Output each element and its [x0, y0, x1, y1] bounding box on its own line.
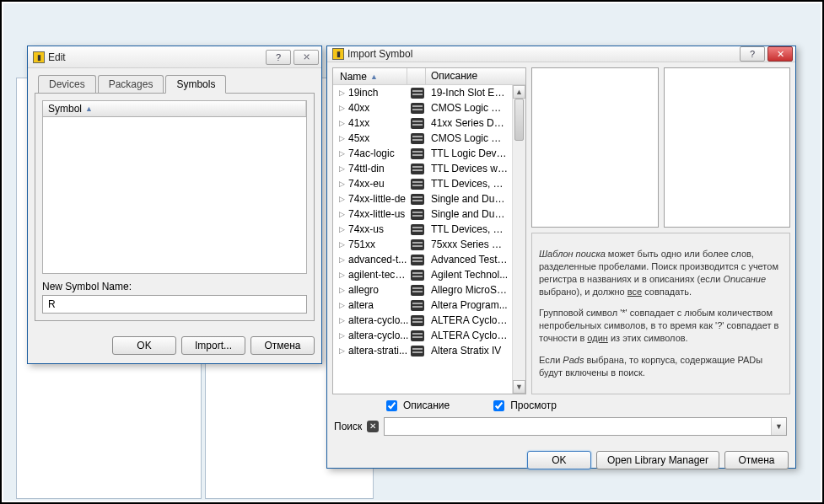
expand-icon[interactable]: ▷	[337, 316, 347, 324]
expand-icon[interactable]: ▷	[337, 88, 347, 97]
expand-icon[interactable]: ▷	[337, 301, 347, 309]
tree-row-desc: ALTERA Cyclone...	[428, 330, 512, 341]
help-button[interactable]: ?	[740, 46, 765, 62]
edit-titlebar[interactable]: ▮ Edit ? ⤫	[28, 46, 321, 68]
tree-row[interactable]: ▷41xx41xx Series Devices	[333, 115, 525, 131]
tree-row-desc: TTL Devices, 74x...	[428, 223, 512, 235]
tree-scrollbar[interactable]: ▲ ▼	[512, 85, 525, 394]
tree-row[interactable]: ▷751xx75xxx Series Devi...	[333, 237, 525, 252]
tree-row[interactable]: ▷19inch19-Inch Slot Eur...	[333, 85, 525, 100]
check-description-box[interactable]	[386, 400, 397, 411]
expand-icon[interactable]: ▷	[337, 271, 347, 279]
open-library-manager-button[interactable]: Open Library Manager	[596, 451, 719, 469]
expand-icon[interactable]: ▷	[337, 134, 347, 142]
check-description[interactable]: Описание	[383, 398, 450, 414]
ok-button[interactable]: OK	[527, 451, 591, 469]
expand-icon[interactable]: ▷	[337, 286, 347, 294]
tree-header[interactable]: Name ▲ Описание	[333, 68, 525, 85]
expand-icon[interactable]: ▷	[337, 195, 347, 203]
tree-row[interactable]: ▷74xx-euTTL Devices, 74x...	[333, 176, 525, 191]
tree-row[interactable]: ▷74xx-little-usSingle and Dual ...	[333, 206, 525, 222]
tree-row[interactable]: ▷advanced-t...Advanced Test T...	[333, 252, 525, 267]
expand-icon[interactable]: ▷	[337, 149, 347, 158]
tree-row-desc: Single and Dual ...	[428, 208, 512, 220]
tree-row[interactable]: ▷74ttl-dinTTL Devices wit...	[333, 161, 525, 176]
tree-row-desc: Agilent Technol...	[428, 269, 512, 281]
tab-devices[interactable]: Devices	[38, 75, 96, 94]
edit-dialog-footer: OK Import... Отмена	[28, 328, 321, 363]
tree-row-desc: Altera Stratix IV	[428, 345, 512, 357]
close-button[interactable]: ⤫	[294, 50, 319, 65]
tree-row[interactable]: ▷74xx-usTTL Devices, 74x...	[333, 222, 525, 237]
ok-button[interactable]: OK	[112, 336, 176, 355]
column-desc-label: Описание	[426, 68, 512, 84]
drive-icon	[411, 255, 424, 265]
tree-row-name: 19inch	[347, 87, 411, 99]
check-preview-box[interactable]	[493, 400, 504, 411]
tree-row-name: 40xx	[347, 102, 411, 114]
tree-row[interactable]: ▷altera-cyclo...ALTERA Cyclone...	[333, 328, 525, 343]
tree-row-name: 45xx	[347, 132, 411, 144]
cancel-button[interactable]: Отмена	[724, 451, 789, 469]
clear-search-icon[interactable]: ✕	[367, 421, 379, 432]
drive-icon	[411, 330, 424, 341]
tree-row[interactable]: ▷40xxCMOS Logic De...	[333, 100, 525, 115]
drive-icon	[411, 179, 424, 190]
cancel-button[interactable]: Отмена	[250, 336, 315, 355]
expand-icon[interactable]: ▷	[337, 180, 347, 188]
tree-row[interactable]: ▷45xxCMOS Logic De...	[333, 131, 525, 146]
scroll-up-icon[interactable]: ▲	[513, 85, 525, 99]
tree-row-name: 751xx	[347, 239, 411, 250]
expand-icon[interactable]: ▷	[337, 255, 347, 264]
sort-up-icon: ▲	[85, 105, 93, 113]
search-input[interactable]: ▼	[384, 417, 787, 436]
app-icon: ▮	[33, 51, 45, 63]
import-button[interactable]: Import...	[181, 336, 245, 355]
expand-icon[interactable]: ▷	[337, 240, 347, 249]
check-preview[interactable]: Просмотр	[490, 398, 557, 414]
tree-row-name: 74ac-logic	[347, 147, 411, 159]
expand-icon[interactable]: ▷	[337, 104, 347, 112]
drive-icon	[411, 224, 424, 235]
tree-row[interactable]: ▷agilent-tech...Agilent Technol...	[333, 267, 525, 282]
drive-icon	[411, 194, 424, 205]
symbol-column-label: Symbol	[48, 103, 82, 115]
new-symbol-name-input[interactable]	[42, 295, 307, 314]
symbol-list[interactable]	[42, 117, 307, 274]
dropdown-icon[interactable]: ▼	[771, 418, 786, 435]
tree-row[interactable]: ▷altera-strati...Altera Stratix IV	[333, 343, 525, 358]
expand-icon[interactable]: ▷	[337, 331, 347, 340]
tree-row-name: altera-cyclo...	[347, 314, 411, 326]
tree-row[interactable]: ▷74xx-little-deSingle and Dual ...	[333, 191, 525, 206]
scroll-thumb[interactable]	[514, 99, 524, 141]
help-button[interactable]: ?	[266, 50, 291, 65]
expand-icon[interactable]: ▷	[337, 225, 347, 233]
tree-row-name: agilent-tech...	[347, 269, 411, 281]
library-tree[interactable]: Name ▲ Описание ▷19inch19-Inch Slot Eur.…	[332, 67, 526, 394]
drive-icon	[411, 239, 424, 250]
close-button[interactable]: ✕	[767, 46, 793, 62]
expand-icon[interactable]: ▷	[337, 210, 347, 218]
tree-row[interactable]: ▷alteraAltera Program...	[333, 298, 525, 313]
expand-icon[interactable]: ▷	[337, 164, 347, 173]
scroll-down-icon[interactable]: ▼	[513, 380, 525, 394]
tree-row[interactable]: ▷altera-cyclo...ALTERA Cyclone...	[333, 313, 525, 328]
tree-row[interactable]: ▷allegroAllegro MicroSy...	[333, 282, 525, 298]
tab-packages[interactable]: Packages	[98, 75, 164, 94]
outer-frame: ▮ Edit ? ⤫ Devices Packages Symbols Symb…	[0, 0, 824, 504]
tree-row-name: allegro	[347, 284, 411, 296]
help-text: Шаблон поиска может быть одно или более …	[531, 233, 790, 394]
tree-row-desc: TTL Devices, 74x...	[428, 178, 512, 190]
preview-right	[664, 67, 791, 228]
drive-icon	[411, 346, 424, 357]
import-titlebar[interactable]: ▮ Import Symbol ? ✕	[327, 46, 795, 62]
tab-symbols[interactable]: Symbols	[165, 75, 226, 94]
tree-row-desc: TTL Logic Devic...	[428, 147, 512, 159]
expand-icon[interactable]: ▷	[337, 119, 347, 127]
drive-icon	[411, 118, 424, 129]
import-dialog: ▮ Import Symbol ? ✕ Name ▲ Описание	[326, 46, 796, 469]
expand-icon[interactable]: ▷	[337, 346, 347, 355]
tree-row-name: 74xx-us	[347, 223, 411, 235]
symbol-list-header[interactable]: Symbol ▲	[42, 100, 307, 117]
tree-row[interactable]: ▷74ac-logicTTL Logic Devic...	[333, 146, 525, 161]
